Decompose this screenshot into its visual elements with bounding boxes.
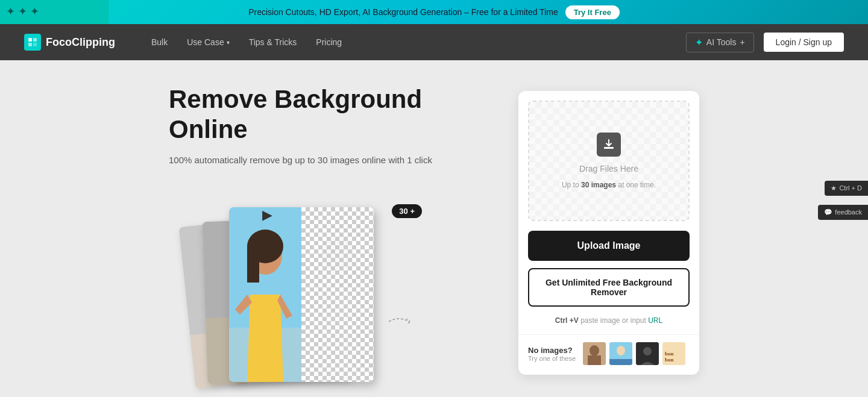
sample-thumb-4[interactable]: bon bon (662, 342, 685, 365)
sample-thumb-3[interactable] (636, 342, 659, 365)
svg-rect-0 (28, 38, 32, 42)
svg-rect-19 (588, 355, 601, 365)
logo-text: FocoClipping (46, 36, 115, 49)
svg-point-24 (643, 347, 652, 355)
upload-button[interactable]: Upload Image (528, 231, 690, 261)
chat-icon: 💬 (824, 208, 832, 216)
sample-thumbs: bon bon (583, 342, 685, 365)
plus-icon: + (740, 37, 744, 47)
banner-text: Precision Cutouts, HD Export, AI Backgro… (248, 7, 558, 17)
sample-thumb-2[interactable] (609, 342, 632, 365)
ai-sparkle-icon: ✦ (695, 37, 703, 48)
hero-title: Remove Background Online (169, 84, 470, 145)
upload-icon (597, 133, 621, 157)
star-icon: ★ (831, 184, 837, 192)
ai-tools-button[interactable]: ✦ AI Tools + (686, 33, 754, 52)
drag-files-text: Drag Files Here (579, 164, 638, 173)
svg-rect-3 (33, 43, 37, 46)
right-section: Drag Files Here Up to 30 images at one t… (518, 91, 699, 375)
batch-badge: 30 + (392, 204, 422, 218)
try-one-text: Try one of these (528, 355, 576, 362)
unlimited-button[interactable]: Get Unlimited Free Background Remover (528, 268, 690, 307)
logo-icon (24, 34, 41, 51)
dashed-arrow-icon (386, 313, 422, 334)
svg-text:bon: bon (665, 357, 674, 363)
paste-hint: Ctrl +V paste image or input URL (518, 316, 699, 334)
svg-point-15 (321, 236, 354, 275)
hero-subtitle: 100% automatically remove bg up to 30 im… (169, 155, 470, 165)
no-images-text: No images? (528, 346, 576, 355)
feedback-button[interactable]: 💬 feedback (818, 205, 868, 220)
upload-card: Drag Files Here Up to 30 images at one t… (518, 91, 699, 375)
logo[interactable]: FocoClipping (24, 34, 115, 51)
svg-rect-2 (28, 43, 32, 46)
svg-point-18 (590, 345, 599, 356)
image-right-half (301, 207, 374, 382)
svg-rect-16 (604, 147, 614, 149)
svg-point-22 (617, 346, 625, 355)
checkerboard-bg (529, 102, 688, 220)
nav-tips[interactable]: Tips & Tricks (249, 37, 297, 47)
nav-links: Bulk Use Case ▾ Tips & Tricks Pricing (151, 37, 686, 47)
chevron-down-icon: ▾ (227, 39, 230, 46)
image-left-half (229, 207, 301, 382)
sample-images-section: No images? Try one of these (518, 334, 699, 375)
image-showcase: ▶ 30 + (169, 189, 434, 382)
ctrl-d-button[interactable]: ★ Ctrl + D (825, 181, 868, 196)
top-banner: Precision Cutouts, HD Export, AI Backgro… (0, 0, 868, 24)
main-content: Remove Background Online 100% automatica… (0, 60, 868, 397)
login-button[interactable]: Login / Sign up (764, 33, 844, 52)
left-section: Remove Background Online 100% automatica… (169, 84, 470, 382)
badge-text: 30 + (399, 207, 415, 216)
sample-thumb-1[interactable] (583, 342, 606, 365)
nav-pricing[interactable]: Pricing (316, 37, 342, 47)
url-link[interactable]: URL (648, 316, 662, 325)
nav-bulk[interactable]: Bulk (151, 37, 168, 47)
cursor-icon: ▶ (262, 207, 272, 223)
nav-use-case[interactable]: Use Case ▾ (187, 37, 229, 47)
try-it-button[interactable]: Try It Free (565, 5, 620, 19)
sample-label: No images? Try one of these (528, 346, 576, 362)
svg-rect-14 (247, 246, 259, 283)
svg-rect-1 (33, 38, 37, 42)
drop-zone[interactable]: Drag Files Here Up to 30 images at one t… (528, 101, 690, 221)
svg-text:bon: bon (665, 351, 674, 357)
image-card-front (229, 207, 374, 382)
limit-text: Up to 30 images at one time. (562, 181, 656, 189)
svg-rect-21 (609, 359, 632, 365)
navbar: FocoClipping Bulk Use Case ▾ Tips & Tric… (0, 24, 868, 60)
